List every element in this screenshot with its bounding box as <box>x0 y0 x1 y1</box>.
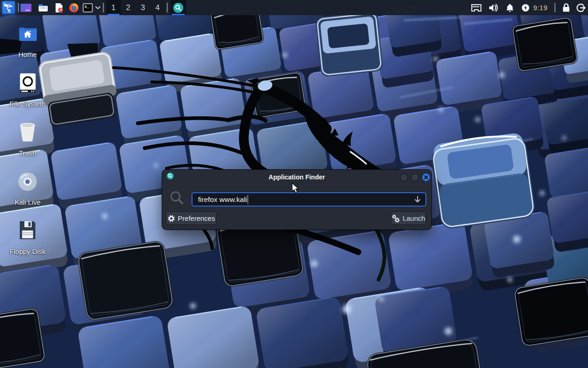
svg-text:$_: $_ <box>85 5 89 9</box>
